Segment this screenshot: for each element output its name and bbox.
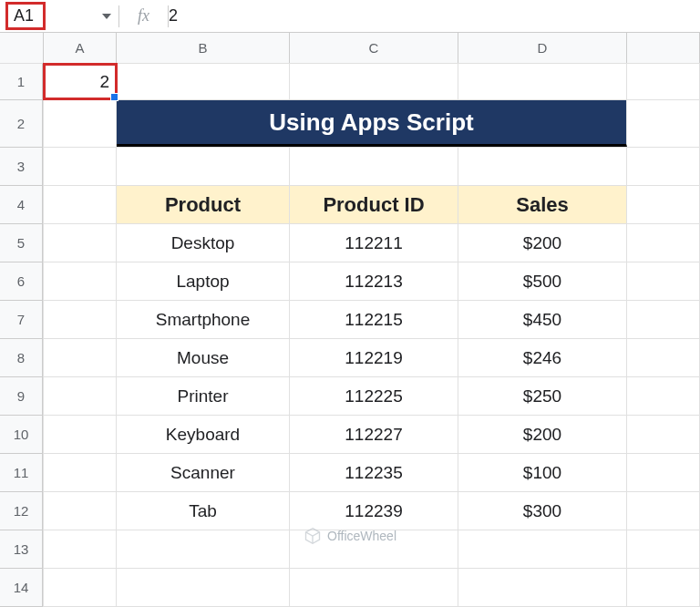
cell[interactable] (627, 377, 700, 415)
cell-product-id[interactable]: 112227 (290, 416, 458, 453)
column-header[interactable]: C (290, 33, 458, 63)
cell[interactable] (117, 569, 290, 606)
cell-sales[interactable]: $246 (458, 339, 627, 376)
table-row: Product Product ID Sales (44, 186, 700, 224)
cell-product[interactable]: Printer (117, 377, 290, 415)
formula-input[interactable] (169, 6, 700, 26)
cell-product-id[interactable]: 112225 (290, 377, 458, 415)
cell-product[interactable]: Tab (117, 492, 290, 530)
column-header[interactable] (627, 33, 700, 63)
row-header[interactable]: 8 (0, 339, 43, 377)
cell[interactable] (627, 64, 700, 99)
table-row (44, 530, 700, 569)
cell-product-id[interactable]: 112215 (290, 301, 458, 338)
cell[interactable] (44, 377, 117, 415)
cell[interactable] (44, 301, 117, 338)
cell-a1[interactable]: 2 (44, 64, 117, 99)
cell[interactable] (44, 100, 117, 147)
cell[interactable] (627, 148, 700, 185)
cell[interactable] (117, 530, 290, 568)
cell-product-id[interactable]: 112213 (290, 262, 458, 300)
cell[interactable] (627, 262, 700, 300)
select-all-corner[interactable] (0, 33, 44, 64)
row-header[interactable]: 11 (0, 454, 43, 492)
row-header[interactable]: 12 (0, 492, 43, 530)
column-header[interactable]: B (117, 33, 290, 63)
cell[interactable] (44, 339, 117, 376)
cell[interactable] (627, 530, 700, 568)
cell[interactable] (44, 569, 117, 606)
cell-sales[interactable]: $100 (458, 454, 627, 491)
cell[interactable] (290, 569, 458, 606)
cell-product-id[interactable]: 112235 (290, 454, 458, 491)
cell-value: 2 (99, 72, 109, 92)
cell[interactable] (290, 64, 458, 99)
title-cell[interactable]: Using Apps Script (117, 100, 627, 147)
column-headers: A B C D (44, 33, 700, 64)
cell-sales[interactable]: $250 (458, 377, 627, 415)
cell-sales[interactable]: $200 (458, 416, 627, 453)
header-product[interactable]: Product (117, 186, 290, 223)
cell[interactable] (44, 224, 117, 262)
row-header[interactable]: 7 (0, 301, 43, 339)
row-header[interactable]: 13 (0, 530, 43, 569)
chevron-down-icon[interactable] (102, 14, 111, 19)
cell[interactable] (44, 492, 117, 530)
table-row: 2 (44, 64, 700, 100)
grid-area[interactable]: A B C D 2 Using Apps Script (44, 33, 700, 607)
cell-product[interactable]: Laptop (117, 262, 290, 300)
cell[interactable] (44, 454, 117, 491)
cell[interactable] (627, 100, 700, 147)
cell[interactable] (458, 569, 627, 606)
row-header[interactable]: 5 (0, 224, 43, 262)
cell[interactable] (627, 569, 700, 606)
cell[interactable] (627, 492, 700, 530)
cell-product[interactable]: Keyboard (117, 416, 290, 453)
cell[interactable] (627, 224, 700, 262)
cell-product[interactable]: Desktop (117, 224, 290, 262)
cell[interactable] (627, 339, 700, 376)
row-header[interactable]: 2 (0, 100, 43, 148)
column-header[interactable]: D (458, 33, 627, 63)
cell-sales[interactable]: $200 (458, 224, 627, 262)
cell-product[interactable]: Mouse (117, 339, 290, 376)
cell[interactable] (627, 416, 700, 453)
row-header[interactable]: 14 (0, 569, 43, 607)
header-product-id[interactable]: Product ID (290, 186, 458, 223)
row-header[interactable]: 3 (0, 148, 43, 186)
cell-product[interactable]: Scanner (117, 454, 290, 491)
name-box[interactable]: A1 (5, 2, 46, 30)
row-header[interactable]: 6 (0, 262, 43, 301)
cell[interactable] (627, 186, 700, 223)
cell-product-id[interactable]: 112239 (290, 492, 458, 530)
cell[interactable] (458, 530, 627, 568)
header-sales[interactable]: Sales (458, 186, 627, 223)
name-box-container[interactable]: A1 (0, 2, 118, 30)
cell[interactable] (117, 148, 290, 185)
cell[interactable] (44, 148, 117, 185)
cell[interactable] (627, 454, 700, 491)
cell-product[interactable]: Smartphone (117, 301, 290, 338)
cell[interactable] (290, 148, 458, 185)
table-row: Scanner112235$100 (44, 454, 700, 492)
cell-sales[interactable]: $300 (458, 492, 627, 530)
row-header[interactable]: 4 (0, 186, 43, 224)
row-header[interactable]: 10 (0, 416, 43, 454)
row-header[interactable]: 9 (0, 377, 43, 416)
row-header[interactable]: 1 (0, 64, 43, 100)
table-row: Smartphone112215$450 (44, 301, 700, 339)
cell[interactable] (117, 64, 290, 99)
cell[interactable] (458, 148, 627, 185)
cell-sales[interactable]: $500 (458, 262, 627, 300)
cell[interactable] (44, 186, 117, 223)
cell-sales[interactable]: $450 (458, 301, 627, 338)
cell[interactable] (44, 416, 117, 453)
cell[interactable] (44, 530, 117, 568)
cell-product-id[interactable]: 112219 (290, 339, 458, 376)
cell-product-id[interactable]: 112211 (290, 224, 458, 262)
cell[interactable] (290, 530, 458, 568)
cell[interactable] (44, 262, 117, 300)
cell[interactable] (458, 64, 627, 99)
column-header[interactable]: A (44, 33, 117, 63)
cell[interactable] (627, 301, 700, 338)
